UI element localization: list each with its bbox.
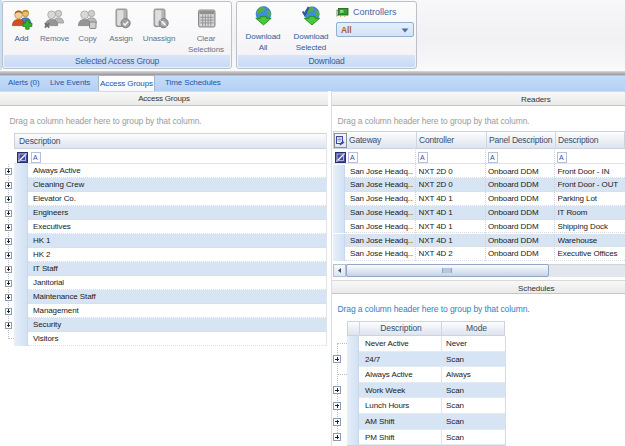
svg-text:A: A <box>559 154 564 161</box>
svg-text:A: A <box>490 154 495 161</box>
svg-text:A: A <box>350 154 355 161</box>
svg-text:A: A <box>420 154 425 161</box>
svg-text:A: A <box>33 154 38 161</box>
